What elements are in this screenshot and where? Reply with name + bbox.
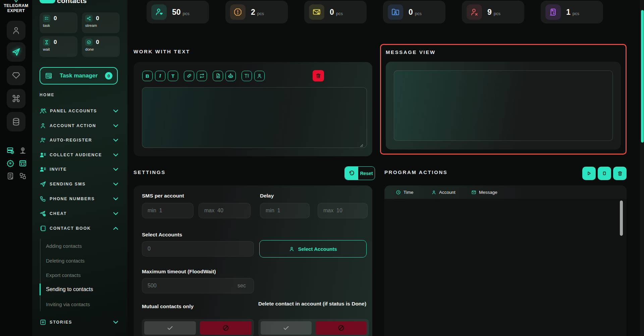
sidebar-item-invite[interactable]: INVITE	[32, 162, 127, 177]
text-button[interactable]: T	[168, 71, 178, 81]
clear-actions-button[interactable]	[613, 167, 627, 180]
rail-person-cam-button[interactable]	[18, 146, 27, 155]
mutual-contacts-label: Mutual contacts only	[142, 303, 194, 310]
robot-button[interactable]	[225, 71, 236, 81]
rail-swap-button[interactable]	[18, 172, 27, 180]
stat-card-active-accounts: 50 pcs	[147, 1, 209, 23]
delay-max-input[interactable]	[318, 203, 368, 218]
chevron-down-icon	[113, 212, 118, 215]
sidebar-item-auto-register[interactable]: AUTO-REGISTER	[32, 133, 127, 148]
counter-wait: 0 wait	[40, 36, 77, 57]
italic-button[interactable]: I	[155, 71, 165, 81]
timeout-input[interactable]	[142, 278, 254, 293]
diamond-icon	[11, 71, 21, 80]
column-time[interactable]: Time	[396, 190, 431, 195]
stat-value: 9	[487, 8, 492, 17]
sidebar-header-toggle[interactable]	[40, 0, 55, 3]
stat-unit: pcs	[183, 11, 190, 16]
sidebar-subitem-inviting-via-contacts[interactable]: Inviting via contacts	[46, 297, 120, 312]
plus-square-icon	[40, 319, 46, 326]
sidebar-item-panel-accounts[interactable]: PANEL ACCOUNTS	[32, 104, 127, 118]
sidebar-item-account-action[interactable]: ACCOUNT ACTION	[32, 118, 127, 133]
sidebar-item-stories[interactable]: STORIES	[32, 315, 127, 330]
send-icon	[11, 47, 21, 57]
active-item-indicator	[40, 283, 41, 295]
stat-unit: pcs	[415, 11, 422, 16]
sidebar-subitem-export-contacts[interactable]: Export contacts	[46, 268, 120, 282]
rail-database-button[interactable]	[7, 112, 25, 131]
sidebar-item-collect-audience[interactable]: COLLECT AUDIENCE	[32, 148, 127, 162]
user-plus-icon	[40, 137, 46, 144]
person-cam-icon	[19, 147, 27, 155]
stat-value: 0	[330, 8, 334, 17]
work-with-text-title: WORK WITH TEXT	[133, 49, 190, 54]
rail-server-check-button[interactable]	[6, 146, 15, 155]
message-text-input[interactable]	[142, 87, 367, 148]
select-accounts-button[interactable]: Select Accounts	[259, 240, 367, 258]
task-manager-button[interactable]: Task manager 0	[40, 67, 118, 85]
sidebar-subitem-adding-contacts[interactable]: Adding contacts	[46, 238, 120, 253]
repeat-button[interactable]	[197, 71, 207, 81]
rotate-ccw-icon	[345, 167, 358, 180]
check-icon	[282, 324, 290, 332]
file-insert-button[interactable]	[213, 71, 223, 81]
page-scrollbar-thumb[interactable]	[641, 10, 644, 143]
sms-max-input[interactable]	[199, 203, 251, 218]
sidebar-subitem-deleting-contacts[interactable]: Deleting contacts	[46, 253, 120, 268]
rail-code-window-button[interactable]	[18, 159, 27, 168]
start-button[interactable]	[582, 167, 596, 180]
stat-unit: pcs	[257, 11, 264, 16]
sidebar-subitem-sending-to-contacts[interactable]: Sending to contacts	[46, 282, 120, 297]
select-accounts-label: Select Accounts	[142, 232, 182, 238]
chevron-down-icon	[113, 198, 118, 200]
template-button[interactable]	[241, 71, 252, 81]
rail-user-button[interactable]	[7, 21, 25, 40]
table-scrollbar-thumb[interactable]	[620, 201, 623, 236]
share-nodes-icon	[85, 15, 93, 22]
sidebar-item-cheat[interactable]: CHEAT	[32, 206, 127, 221]
delay-min-input[interactable]	[260, 203, 310, 218]
link-button[interactable]	[184, 71, 194, 81]
chevron-down-icon	[113, 168, 118, 171]
link-icon	[186, 73, 192, 78]
sidebar-item-sending-sms[interactable]: SENDING SMS	[32, 177, 127, 191]
timeout-unit: sec	[237, 283, 246, 289]
stat-card-errors: 2 pcs	[225, 1, 288, 23]
toggle-no-option[interactable]	[200, 321, 252, 335]
toggle-no-option[interactable]	[316, 321, 367, 335]
counter-wait-value: 0	[54, 39, 57, 46]
column-message[interactable]: Message	[471, 190, 497, 195]
sidebar-item-phone-numbers[interactable]: PHONE NUMBERS	[32, 191, 127, 206]
rail-send-button[interactable]	[7, 42, 25, 62]
device-bot-icon	[545, 4, 561, 20]
selected-accounts-count-input[interactable]	[142, 241, 254, 257]
rail-bot-gear-button[interactable]	[6, 159, 15, 168]
rail-doc-check-button[interactable]	[6, 172, 15, 180]
server-check-icon	[6, 147, 14, 155]
clear-text-button[interactable]	[313, 70, 324, 81]
chevron-down-icon	[113, 154, 118, 156]
person-icon	[289, 246, 294, 252]
rail-command-button[interactable]	[7, 89, 25, 108]
column-account[interactable]: Account	[431, 190, 471, 195]
chevron-down-icon	[113, 124, 118, 127]
toggle-yes-option[interactable]	[144, 321, 196, 335]
mail-icon	[471, 190, 476, 195]
user-icon	[431, 190, 436, 195]
counter-task-value: 0	[54, 15, 57, 22]
chevron-down-icon	[113, 321, 118, 324]
sidebar-item-label: ACCOUNT ACTION	[50, 123, 110, 128]
sidebar-item-home[interactable]: HOME	[40, 93, 55, 97]
stat-unit: pcs	[573, 11, 579, 16]
toggle-yes-option[interactable]	[261, 321, 312, 335]
ban-icon	[337, 324, 345, 332]
play-icon	[586, 171, 592, 176]
person-insert-button[interactable]	[254, 71, 265, 81]
sidebar-item-contact-book[interactable]: CONTACT BOOK	[32, 221, 127, 236]
reset-button[interactable]: Reset	[344, 166, 375, 180]
sidebar-item-reports[interactable]: REPORTS	[32, 332, 127, 336]
rail-diamond-button[interactable]	[7, 66, 25, 85]
bold-button[interactable]: B	[142, 71, 153, 81]
stop-button[interactable]	[598, 167, 611, 180]
sms-min-input[interactable]	[142, 203, 194, 218]
